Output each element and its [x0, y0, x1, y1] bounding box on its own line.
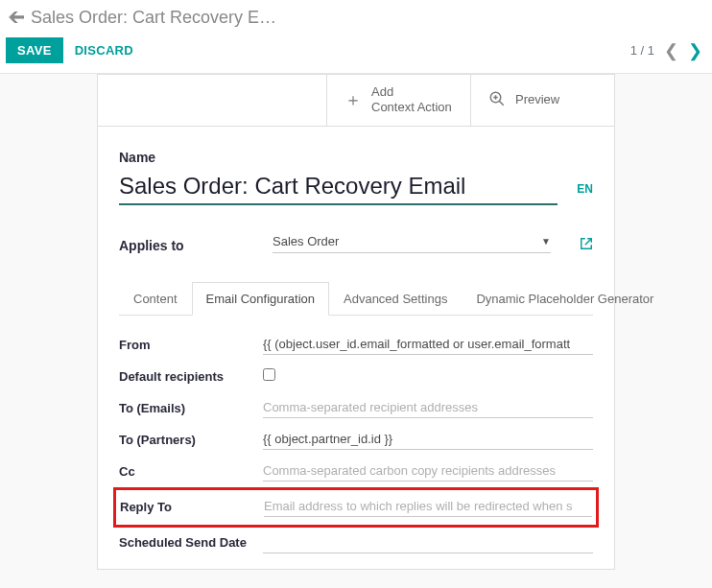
discard-button[interactable]: DISCARD	[63, 37, 145, 63]
from-label: From	[119, 338, 263, 352]
form-sheet: ＋ Add Context Action Preview Name	[97, 74, 615, 570]
to-partners-input[interactable]	[263, 432, 593, 446]
add-context-line2: Context Action	[371, 100, 452, 114]
name-label: Name	[119, 150, 593, 165]
add-context-line1: Add	[371, 84, 393, 99]
applies-to-label: Applies to	[119, 238, 253, 253]
tab-content[interactable]: Content	[119, 282, 192, 316]
preview-label: Preview	[515, 92, 559, 107]
preview-button[interactable]: Preview	[470, 75, 614, 126]
chevron-left-icon[interactable]: ❮	[664, 40, 678, 61]
add-context-action-button[interactable]: ＋ Add Context Action	[326, 75, 470, 126]
default-recipients-label: Default recipients	[119, 369, 263, 384]
breadcrumb-title: Sales Order: Cart Recovery E…	[31, 8, 276, 28]
dropdown-caret-icon[interactable]: ▼	[541, 236, 551, 247]
to-emails-label: To (Emails)	[119, 401, 263, 415]
tab-bar: Content Email Configuration Advanced Set…	[119, 282, 593, 316]
from-input[interactable]	[263, 337, 593, 351]
pager-text: 1 / 1	[630, 43, 654, 58]
zoom-icon	[488, 90, 506, 110]
highlighted-reply-to-row: Reply To	[113, 487, 599, 528]
tab-email-configuration[interactable]: Email Configuration	[192, 282, 329, 316]
scheduled-send-date-input[interactable]	[263, 535, 593, 550]
language-tag[interactable]: EN	[577, 182, 593, 205]
default-recipients-checkbox[interactable]	[263, 368, 275, 381]
applies-to-input[interactable]	[273, 234, 537, 248]
external-link-icon[interactable]	[580, 237, 593, 253]
cc-label: Cc	[119, 464, 263, 479]
chevron-right-icon[interactable]: ❯	[688, 40, 702, 61]
cc-input[interactable]	[263, 463, 593, 478]
save-button[interactable]: SAVE	[6, 37, 63, 63]
reply-to-label: Reply To	[120, 500, 264, 514]
scheduled-send-date-label: Scheduled Send Date	[119, 535, 263, 552]
tab-advanced-settings[interactable]: Advanced Settings	[329, 282, 462, 316]
applies-to-field[interactable]: ▼	[273, 232, 551, 253]
reply-to-input[interactable]	[264, 499, 592, 513]
plus-icon: ＋	[344, 91, 362, 108]
tab-dynamic-placeholder[interactable]: Dynamic Placeholder Generator	[462, 282, 668, 316]
back-arrow-icon[interactable]: 🡨	[8, 8, 25, 28]
to-emails-input[interactable]	[263, 400, 593, 414]
to-partners-label: To (Partners)	[119, 433, 263, 447]
svg-line-1	[499, 101, 504, 106]
name-input[interactable]	[119, 171, 558, 205]
